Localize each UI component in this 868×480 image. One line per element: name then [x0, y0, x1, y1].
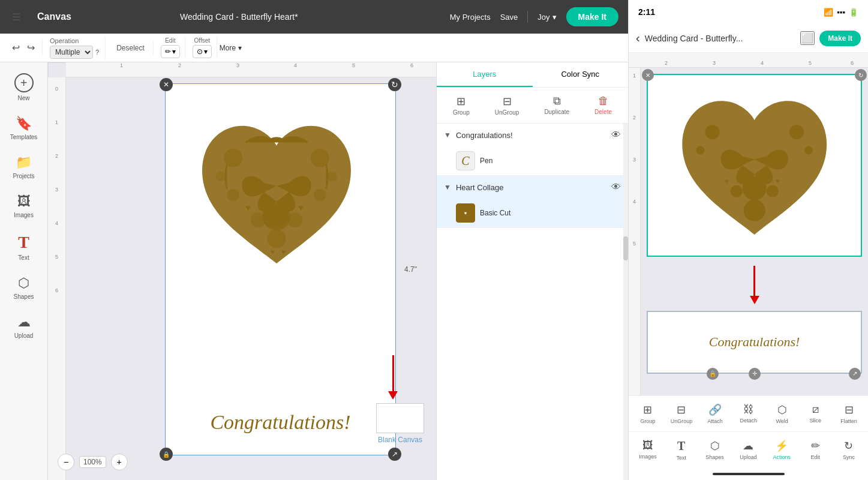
mobile-tool-text[interactable]: T Text	[667, 437, 696, 463]
undo-button[interactable]: ↩	[10, 40, 22, 56]
save-button[interactable]: Save	[500, 13, 518, 22]
user-menu-button[interactable]: Joy ▾	[537, 13, 556, 22]
ungroup-button[interactable]: ⊟ UnGroup	[490, 92, 524, 118]
mobile-heart-card[interactable]: ✕ ↻	[647, 74, 862, 257]
duplicate-button[interactable]: ⧉ Duplicate	[539, 92, 574, 118]
battery-icon: 🔋	[849, 8, 858, 17]
zoom-out-button[interactable]: −	[58, 454, 74, 470]
operation-help-button[interactable]: ?	[94, 47, 100, 57]
mobile-toolbar-row1: ⊞ Group ⊟ UnGroup 🔗 Attach ⛓ Detach ⬡ We…	[629, 396, 868, 432]
edit-button[interactable]: ✏ ▾	[161, 45, 180, 58]
make-it-button[interactable]: Make It	[566, 7, 618, 26]
mobile-tool-attach[interactable]: 🔗 Attach	[701, 401, 729, 427]
mobile-tool-flatten[interactable]: ⊟ Flatten	[834, 401, 863, 427]
mobile-window-button[interactable]: ⬜	[800, 31, 815, 45]
mobile-rotate-handle[interactable]: ↻	[855, 69, 867, 81]
sidebar-item-upload[interactable]: ☁ Upload	[4, 308, 44, 345]
operation-select[interactable]: Multiple	[50, 46, 93, 59]
expand-icon: ▼	[444, 183, 451, 191]
actions-icon: ⚡	[775, 439, 788, 452]
handle-top-right[interactable]: ↻	[388, 78, 401, 91]
layer-item-basic-cut[interactable]: ♥ Basic Cut	[437, 199, 628, 227]
layer-group-congratulations: ▼ Congratulations! 👁 C Pen	[437, 124, 628, 176]
mobile-tool-group[interactable]: ⊞ Group	[633, 401, 662, 427]
mobile-congrats-text: Congratulations!	[709, 334, 800, 350]
mobile-tool-edit[interactable]: ✏ Edit	[801, 437, 830, 463]
mobile-tool-detach[interactable]: ⛓ Detach	[734, 401, 763, 427]
ungroup-icon: ⊟	[677, 403, 686, 416]
sidebar-item-shapes[interactable]: ⬡ Shapes	[4, 269, 44, 306]
sidebar-item-templates[interactable]: 🔖 Templates	[4, 110, 44, 146]
flatten-icon: ⊟	[845, 403, 854, 416]
mobile-close-handle[interactable]: ✕	[642, 69, 654, 81]
scroll-indicator[interactable]	[623, 124, 628, 480]
layer-item-pen[interactable]: C Pen	[437, 146, 628, 175]
offset-button[interactable]: ⊙ ▾	[193, 45, 212, 58]
mobile-tool-sync[interactable]: ↻ Sync	[834, 437, 863, 463]
mobile-status-bar: 2:11 📶 ▪▪▪ 🔋	[629, 0, 868, 24]
mobile-canvas-content: ✕ ↻	[647, 74, 862, 389]
mobile-back-button[interactable]: ‹	[636, 31, 640, 45]
sidebar-item-text[interactable]: T Text	[4, 227, 44, 267]
operation-label: Operation	[50, 37, 100, 44]
pencil-icon: ✏	[165, 47, 171, 56]
sidebar-item-projects[interactable]: 📁 Projects	[4, 149, 44, 185]
ungroup-icon: ⊟	[503, 95, 512, 108]
svg-text:♥: ♥	[724, 177, 728, 185]
layer-actions: ⊞ Group ⊟ UnGroup ⧉ Duplicate 🗑 Delete	[437, 88, 628, 124]
tab-layers[interactable]: Layers	[437, 62, 533, 87]
layer-group-congratulations-header[interactable]: ▼ Congratulations! 👁	[437, 124, 628, 146]
more-button[interactable]: More ▾	[220, 44, 242, 52]
my-projects-button[interactable]: My Projects	[450, 13, 491, 22]
mobile-lock-handle[interactable]: 🔒	[707, 368, 719, 380]
sidebar-text-label: Text	[18, 254, 29, 261]
svg-point-15	[705, 125, 719, 139]
offset-label: Offset	[194, 37, 211, 44]
zoom-in-button[interactable]: +	[111, 454, 128, 470]
mobile-ruler-vertical: 1 2 3 4 5	[629, 68, 641, 395]
red-arrow-indicator	[388, 355, 398, 400]
visibility-icon[interactable]: 👁	[611, 130, 621, 140]
tab-color-sync[interactable]: Color Sync	[533, 62, 629, 87]
mobile-tool-slice[interactable]: ⧄ Slice	[801, 401, 830, 427]
menu-button[interactable]: ☰	[10, 9, 23, 25]
svg-point-21	[804, 146, 813, 154]
main-content: + New 🔖 Templates 📁 Projects 🖼 Images T …	[0, 62, 628, 480]
mobile-project-title: Wedding Card - Butterfly...	[645, 34, 796, 43]
mobile-tool-weld[interactable]: ⬡ Weld	[768, 401, 797, 427]
sync-icon: ↻	[844, 439, 853, 452]
handle-bottom-left[interactable]: 🔒	[160, 448, 173, 461]
canvas-workspace[interactable]: ♥ ♥ ♥ ♥ Congratulations!	[66, 77, 436, 480]
sidebar-item-new[interactable]: + New	[4, 67, 44, 107]
group-button[interactable]: ⊞ Group	[448, 92, 474, 118]
delete-button[interactable]: 🗑 Delete	[590, 92, 617, 118]
mobile-canvas[interactable]: 1 2 3 4 5 ✕ ↻	[629, 68, 868, 395]
handle-bottom-right[interactable]: ↗	[388, 448, 401, 461]
svg-point-16	[789, 125, 804, 139]
mobile-tool-shapes[interactable]: ⬡ Shapes	[701, 437, 729, 463]
blank-canvas-box	[376, 403, 424, 433]
deselect-button[interactable]: Deselect	[113, 41, 148, 55]
canvas-area[interactable]: 1 2 3 4 5 6 0 1 2 3 4 5 6	[48, 62, 436, 480]
mobile-top-bar: ‹ Wedding Card - Butterfly... ⬜ Make It	[629, 24, 868, 53]
blank-canvas-label[interactable]: Blank Canvas	[376, 436, 424, 444]
sidebar-new-label: New	[17, 95, 29, 101]
mobile-move-handle[interactable]: ✛	[749, 368, 761, 380]
selection-box[interactable]: 3.75" 4.7" ✕ ↻ 🔒 ↗	[165, 83, 396, 455]
group-name: Congratulations!	[456, 131, 606, 140]
text-icon: T	[18, 233, 29, 252]
mobile-tool-upload[interactable]: ☁ Upload	[734, 437, 762, 463]
mobile-make-it-button[interactable]: Make It	[819, 31, 861, 46]
svg-point-18	[730, 185, 742, 197]
slice-icon: ⧄	[812, 403, 819, 416]
sidebar-item-images[interactable]: 🖼 Images	[4, 188, 44, 224]
redo-button[interactable]: ↪	[25, 40, 37, 56]
mobile-congrats-box[interactable]: 🔒 ✛ ↗ Congratulations!	[647, 311, 862, 374]
handle-top-left[interactable]: ✕	[160, 78, 173, 91]
mobile-tool-actions[interactable]: ⚡ Actions	[767, 437, 796, 463]
mobile-tool-images[interactable]: 🖼 Images	[633, 437, 662, 463]
layer-group-heart-collage-header[interactable]: ▼ Heart Collage 👁	[437, 176, 628, 199]
mobile-tool-ungroup[interactable]: ⊟ UnGroup	[667, 401, 696, 427]
visibility-icon[interactable]: 👁	[611, 182, 621, 193]
mobile-resize-handle[interactable]: ↗	[849, 368, 861, 380]
